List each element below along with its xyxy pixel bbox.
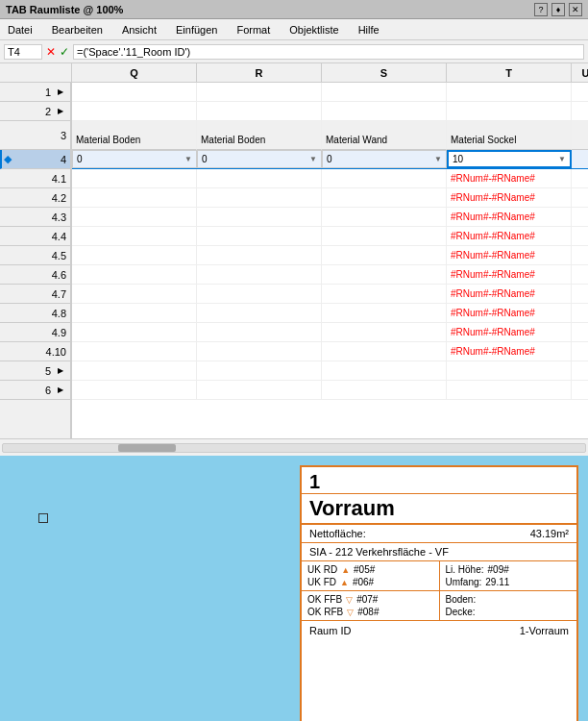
row-expand-2[interactable]: ▶ <box>55 106 66 117</box>
horizontal-scrollbar[interactable] <box>0 438 588 456</box>
col-header-t[interactable]: T <box>447 63 572 82</box>
cell-s6[interactable] <box>322 381 447 399</box>
cell-u45[interactable] <box>572 246 588 264</box>
cell-t4[interactable]: 10 ▼ <box>447 150 572 168</box>
cell-r2[interactable] <box>197 102 322 120</box>
help-button[interactable]: ? <box>534 3 548 16</box>
cell-u2[interactable] <box>572 102 588 120</box>
row-num-5[interactable]: 5 ▶ <box>0 361 70 381</box>
cell-t5[interactable] <box>447 361 572 380</box>
cell-u44[interactable] <box>572 227 588 245</box>
cell-r1[interactable] <box>197 83 322 101</box>
cell-s4[interactable]: 0 ▼ <box>322 150 447 168</box>
cell-q41[interactable] <box>72 169 197 187</box>
cell-r4[interactable]: 0 ▼ <box>197 150 322 168</box>
cell-u43[interactable] <box>572 208 588 226</box>
menu-einfuegen[interactable]: Einfügen <box>172 22 221 37</box>
row-num-4-5[interactable]: 4.5 <box>0 246 70 265</box>
cell-u410[interactable] <box>572 342 588 360</box>
row-num-4-10[interactable]: 4.10 <box>0 342 70 361</box>
row-num-4-6[interactable]: 4.6 <box>0 265 70 285</box>
cell-t1[interactable] <box>447 83 572 101</box>
cell-q46[interactable] <box>72 265 197 284</box>
cell-t6[interactable] <box>447 381 572 399</box>
cell-u46[interactable] <box>572 265 588 284</box>
cell-s48[interactable] <box>322 304 447 322</box>
cell-t2[interactable] <box>447 102 572 120</box>
row-num-4[interactable]: ◆ 4 <box>0 150 70 169</box>
cell-s1[interactable] <box>322 83 447 101</box>
cell-reference[interactable] <box>4 44 42 60</box>
cancel-icon[interactable]: ✕ <box>46 45 56 59</box>
menu-objektliste[interactable]: Objektliste <box>285 22 342 37</box>
cell-u49[interactable] <box>572 323 588 341</box>
cell-q6[interactable] <box>72 381 197 399</box>
cell-q410[interactable] <box>72 342 197 360</box>
cell-r43[interactable] <box>197 208 322 226</box>
cell-r41[interactable] <box>197 169 322 187</box>
cell-t44[interactable]: #RNum#-#RName# <box>447 227 572 245</box>
menu-hilfe[interactable]: Hilfe <box>355 22 383 37</box>
menu-ansicht[interactable]: Ansicht <box>118 22 160 37</box>
cell-q48[interactable] <box>72 304 197 322</box>
cell-r45[interactable] <box>197 246 322 264</box>
confirm-icon[interactable]: ✓ <box>60 45 69 59</box>
cell-r49[interactable] <box>197 323 322 341</box>
cell-u41[interactable] <box>572 169 588 187</box>
dropdown-arrow-q[interactable]: ▼ <box>184 155 192 163</box>
row-num-3[interactable]: 3 <box>0 121 70 150</box>
close-button[interactable]: ✕ <box>569 3 582 16</box>
row-num-4-7[interactable]: 4.7 <box>0 285 70 304</box>
cell-s43[interactable] <box>322 208 447 226</box>
row-num-6[interactable]: 6 ▶ <box>0 381 70 400</box>
cell-s5[interactable] <box>322 361 447 380</box>
cell-t46[interactable]: #RNum#-#RName# <box>447 265 572 284</box>
cell-t43[interactable]: #RNum#-#RName# <box>447 208 572 226</box>
menu-bearbeiten[interactable]: Bearbeiten <box>48 22 107 37</box>
cell-s46[interactable] <box>322 265 447 284</box>
row-num-4-8[interactable]: 4.8 <box>0 304 70 323</box>
col-header-r[interactable]: R <box>197 63 322 82</box>
cell-q49[interactable] <box>72 323 197 341</box>
formula-input[interactable] <box>73 44 584 60</box>
cell-u5[interactable] <box>572 361 588 380</box>
col-header-s[interactable]: S <box>322 63 447 82</box>
cell-r48[interactable] <box>197 304 322 322</box>
row-expand-1[interactable]: ▶ <box>55 87 66 98</box>
cell-q47[interactable] <box>72 285 197 303</box>
cell-r410[interactable] <box>197 342 322 360</box>
dropdown-arrow-r[interactable]: ▼ <box>309 155 317 163</box>
cell-s2[interactable] <box>322 102 447 120</box>
cell-r42[interactable] <box>197 188 322 207</box>
cell-t41[interactable]: #RNum#-#RName# <box>447 169 572 187</box>
cell-u42[interactable] <box>572 188 588 207</box>
cell-t48[interactable]: #RNum#-#RName# <box>447 304 572 322</box>
cell-t410[interactable]: #RNum#-#RName# <box>447 342 572 360</box>
scroll-track[interactable] <box>2 443 586 453</box>
menu-format[interactable]: Format <box>233 22 274 37</box>
cell-r44[interactable] <box>197 227 322 245</box>
cell-r47[interactable] <box>197 285 322 303</box>
cell-s47[interactable] <box>322 285 447 303</box>
cell-s44[interactable] <box>322 227 447 245</box>
window-controls[interactable]: ? ♦ ✕ <box>534 3 582 16</box>
cell-u4[interactable] <box>572 150 588 168</box>
row-num-2[interactable]: 2 ▶ <box>0 102 70 121</box>
col-header-q[interactable]: Q <box>72 63 197 82</box>
cell-q2[interactable] <box>72 102 197 120</box>
cell-q43[interactable] <box>72 208 197 226</box>
col-header-u[interactable]: U <box>572 63 588 82</box>
cell-u1[interactable] <box>572 83 588 101</box>
cell-s41[interactable] <box>322 169 447 187</box>
dropdown-arrow-t[interactable]: ▼ <box>558 155 566 163</box>
cell-u48[interactable] <box>572 304 588 322</box>
cell-r46[interactable] <box>197 265 322 284</box>
cell-t42[interactable]: #RNum#-#RName# <box>447 188 572 207</box>
cell-q45[interactable] <box>72 246 197 264</box>
row-num-4-4[interactable]: 4.4 <box>0 227 70 246</box>
row-num-4-9[interactable]: 4.9 <box>0 323 70 342</box>
scroll-thumb[interactable] <box>118 444 176 452</box>
cell-u6[interactable] <box>572 381 588 399</box>
cell-r5[interactable] <box>197 361 322 380</box>
pin-button[interactable]: ♦ <box>551 3 565 16</box>
